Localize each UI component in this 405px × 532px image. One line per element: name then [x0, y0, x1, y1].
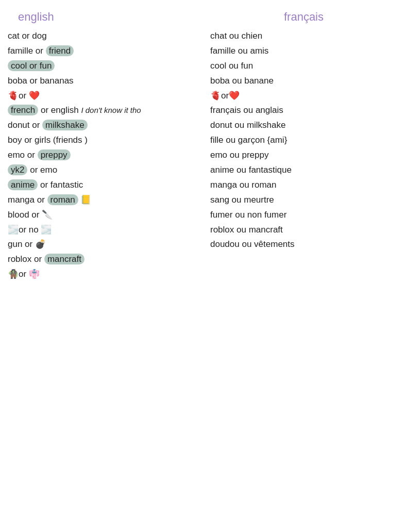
highlight-friend: friend — [46, 45, 74, 56]
line-emoji-no: 🌫️or no 🌫️ — [8, 223, 195, 238]
line-boba-bananas: boba or bananas — [8, 74, 195, 89]
fr-donut-milkshake: donut ou milkshake — [210, 118, 397, 133]
fr-roblox-mancraft: roblox ou mancraft — [210, 223, 397, 238]
fr-hearts: 🫀or❤️ — [210, 89, 397, 104]
line-hearts: 🫀or ❤️ — [8, 89, 195, 104]
line-yk2-emo: yk2 or emo — [8, 163, 195, 178]
line-boy-girls: boy or girls (friends ) — [8, 133, 195, 148]
fr-fumer-non: fumer ou non fumer — [210, 208, 397, 223]
fr-francais-anglais: français ou anglais — [210, 103, 397, 118]
line-emoji-row: 🧌or 👘 — [8, 267, 195, 282]
line-blood-knife: blood or 🔪 — [8, 208, 195, 223]
line-emo-preppy: emo or preppy — [8, 148, 195, 163]
highlight-roman: roman — [47, 194, 78, 205]
line-cool-fun: cool or fun — [8, 59, 195, 74]
line-famille-friend: famille or friend — [8, 44, 195, 59]
fr-manga-roman: manga ou roman — [210, 178, 397, 193]
line-manga-roman: manga or roman 📒 — [8, 193, 195, 208]
line-french-english: french or english I don't know it tho — [8, 103, 195, 118]
french-header: français — [210, 10, 397, 24]
fr-chat-chien: chat ou chien — [210, 29, 397, 44]
fr-anime-fantastique: anime ou fantastique — [210, 163, 397, 178]
line-gun-bomb: gun or 💣 — [8, 237, 195, 252]
fr-emo-preppy: emo ou preppy — [210, 148, 397, 163]
english-header: english — [18, 10, 195, 24]
line-cat-dog: cat or dog — [8, 29, 195, 44]
french-column: français chat ou chien famille ou amis c… — [202, 5, 405, 287]
fr-cool-fun: cool ou fun — [210, 59, 397, 74]
fr-boba-banane: boba ou banane — [210, 74, 397, 89]
highlight-anime: anime — [8, 179, 38, 190]
line-anime-fantastic: anime or fantastic — [8, 178, 195, 193]
line-donut-milkshake: donut or milkshake — [8, 118, 195, 133]
highlight-preppy: preppy — [38, 149, 71, 160]
highlight-milkshake: milkshake — [42, 120, 88, 130]
fr-sang-meurtre: sang ou meurtre — [210, 193, 397, 208]
highlight-french: french — [8, 105, 38, 115]
fr-doudou-vetements: doudou ou vêtements — [210, 237, 397, 252]
fr-famille-amis: famille ou amis — [210, 44, 397, 59]
highlight-yk2: yk2 — [8, 164, 27, 175]
highlight-mancraft: mancraft — [44, 254, 85, 264]
fr-fille-garcon: fille ou garçon {ami} — [210, 133, 397, 148]
handwriting-note: I don't know it tho — [81, 106, 141, 114]
english-column: english cat or dog famille or friend coo… — [0, 5, 202, 287]
highlight-cool-fun: cool or fun — [8, 60, 55, 71]
line-roblox-mancraft: roblox or mancraft — [8, 252, 195, 267]
